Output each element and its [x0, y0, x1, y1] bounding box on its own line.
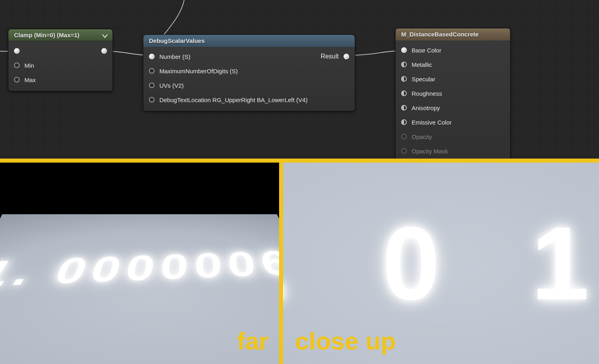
mat-basecolor-label: Base Color — [412, 47, 441, 54]
input-pin-icon[interactable] — [401, 62, 407, 67]
debug-result-row[interactable]: Result — [321, 49, 349, 64]
input-pin-icon[interactable] — [401, 47, 407, 53]
input-pin-icon[interactable] — [401, 76, 407, 82]
debug-number-label: Number (S) — [159, 53, 191, 60]
mat-emissive-label: Emissive Color — [412, 119, 452, 126]
clamp-min-label: Min — [24, 62, 34, 69]
clamp-min-row[interactable]: Min — [8, 58, 113, 72]
input-pin-icon[interactable] — [14, 48, 20, 54]
material-graph-canvas[interactable]: Clamp (Min=0) (Max=1) Min Max DebugSca — [0, 0, 599, 159]
mat-anisotropy-label: Anisotropy — [412, 105, 440, 111]
vertical-divider — [279, 159, 283, 364]
mat-roughness-row[interactable]: Roughness — [396, 86, 510, 101]
input-pin-icon[interactable] — [401, 148, 407, 154]
input-pin-icon[interactable] — [401, 119, 407, 125]
chevron-down-icon[interactable] — [101, 32, 109, 39]
input-pin-icon[interactable] — [14, 77, 20, 82]
debug-value-close: . 0 1 — [283, 203, 599, 323]
clamp-exec-row[interactable] — [8, 44, 113, 58]
mat-roughness-label: Roughness — [412, 90, 442, 97]
node-debug-title: DebugScalarValues — [149, 37, 205, 44]
input-pin-icon[interactable] — [149, 54, 155, 59]
mat-opacitymask-label: Opacity Mask — [412, 148, 448, 155]
debug-textloc-label: DebugTextLocation RG_UpperRight BA_Lower… — [159, 97, 308, 103]
horizontal-divider — [0, 159, 599, 163]
mat-metallic-label: Metallic — [412, 61, 432, 68]
debug-textloc-row[interactable]: DebugTextLocation RG_UpperRight BA_Lower… — [143, 93, 355, 107]
viewport-far[interactable]: 1. 0000006 far — [0, 163, 279, 364]
mat-anisotropy-row[interactable]: Anisotropy — [396, 101, 510, 115]
mat-specular-row[interactable]: Specular — [396, 72, 510, 86]
input-pin-icon[interactable] — [401, 90, 407, 96]
input-pin-icon[interactable] — [149, 68, 155, 74]
mat-opacity-label: Opacity — [412, 133, 432, 140]
mat-opacitymask-row[interactable]: Opacity Mask — [396, 144, 510, 158]
caption-close: close up — [295, 327, 396, 355]
node-clamp-header[interactable]: Clamp (Min=0) (Max=1) — [8, 29, 113, 41]
node-material-title: M_DistanceBasedConcrete — [401, 31, 478, 38]
mat-opacity-row[interactable]: Opacity — [396, 129, 510, 144]
node-clamp[interactable]: Clamp (Min=0) (Max=1) Min Max — [8, 29, 113, 91]
output-pin-icon[interactable] — [101, 48, 107, 54]
debug-uvs-label: UVs (V2) — [159, 82, 184, 89]
node-clamp-title: Clamp (Min=0) (Max=1) — [14, 32, 79, 38]
input-pin-icon[interactable] — [149, 97, 155, 103]
viewport-close[interactable]: . 0 1 close up — [283, 163, 599, 364]
input-pin-icon[interactable] — [149, 82, 155, 88]
mat-metallic-row[interactable]: Metallic — [396, 57, 510, 72]
input-pin-icon[interactable] — [14, 62, 20, 68]
node-material-output[interactable]: M_DistanceBasedConcrete Base Color Metal… — [395, 28, 511, 159]
input-pin-icon[interactable] — [401, 134, 407, 139]
node-debug-scalar-values[interactable]: DebugScalarValues Number (S) Result Maxi… — [143, 34, 355, 111]
node-material-header[interactable]: M_DistanceBasedConcrete — [396, 28, 510, 40]
input-pin-icon[interactable] — [401, 105, 407, 111]
debug-result-label: Result — [321, 53, 339, 60]
mat-specular-label: Specular — [412, 76, 435, 82]
debug-uvs-row[interactable]: UVs (V2) — [143, 78, 355, 93]
mat-emissive-row[interactable]: Emissive Color — [396, 115, 510, 129]
clamp-max-row[interactable]: Max — [8, 72, 113, 87]
output-pin-icon[interactable] — [344, 54, 349, 59]
debug-maxdigits-row[interactable]: MaximumNumberOfDigits (S) — [143, 64, 355, 78]
caption-far: far — [237, 327, 269, 355]
debug-maxdigits-label: MaximumNumberOfDigits (S) — [159, 68, 238, 74]
node-debug-header[interactable]: DebugScalarValues — [143, 35, 355, 47]
clamp-max-label: Max — [24, 76, 36, 83]
mat-basecolor-row[interactable]: Base Color — [396, 43, 510, 57]
